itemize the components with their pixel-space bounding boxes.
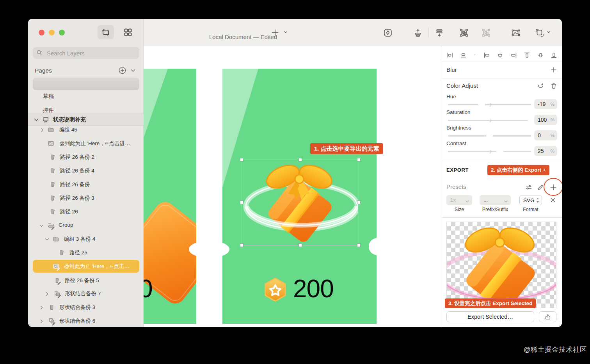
image-tool-button[interactable] (511, 28, 521, 37)
annotation-circle-highlight (543, 177, 562, 196)
edit-preset-icon[interactable] (537, 184, 544, 191)
align-right-icon[interactable] (510, 51, 517, 59)
symbol-tool-button[interactable] (383, 28, 393, 37)
path-icon (50, 167, 56, 174)
hue-label: Hue (446, 94, 456, 99)
canvas-view-toggle-button[interactable] (98, 25, 114, 39)
chevron-down-icon[interactable] (39, 223, 44, 228)
format-label: Format (519, 207, 542, 212)
inspector-panel: Blur Color Adjust Hue -19% Saturation 10… (441, 46, 562, 327)
selection-handle[interactable] (240, 158, 243, 162)
align-middle-vertical-icon[interactable] (537, 51, 544, 59)
chevron-right-icon[interactable] (39, 305, 44, 310)
prefix-suffix-select[interactable]: ... (480, 195, 511, 205)
export-selected-button[interactable]: Export Selected… (446, 311, 534, 322)
send-backward-button[interactable] (435, 28, 444, 37)
layer-label: 形状结合备份 7 (65, 290, 101, 297)
grid-view-button[interactable] (120, 25, 136, 39)
ungroup-button[interactable] (482, 28, 491, 37)
selection-handle[interactable] (357, 158, 361, 162)
chevron-right-icon[interactable] (40, 127, 45, 132)
alignment-toolbar (446, 51, 558, 59)
divider (441, 217, 562, 218)
design-canvas[interactable]: 1. 点击选中要导出的元素 200 0 (144, 46, 441, 327)
preset-options-icon[interactable] (525, 184, 532, 191)
add-blur-button[interactable] (550, 66, 557, 73)
layer-row[interactable]: 形状结合备份 3 (28, 301, 144, 314)
page-item-components[interactable]: 控件 (43, 107, 54, 114)
presets-title: Presets (446, 183, 466, 190)
pages-chevron-icon[interactable] (130, 68, 136, 73)
group-button[interactable] (459, 28, 469, 37)
frame-tool-button[interactable] (535, 28, 544, 37)
bring-forward-button[interactable] (413, 28, 423, 37)
selection-handle[interactable] (357, 243, 361, 247)
page-item-draft[interactable]: 草稿 (43, 93, 54, 100)
search-input[interactable] (46, 47, 137, 60)
chevron-down-icon[interactable] (34, 117, 39, 123)
layer-row[interactable]: 路径 26 备份 4 (28, 164, 144, 178)
share-export-button[interactable] (539, 311, 556, 322)
layer-row[interactable]: Group (28, 219, 144, 232)
size-select[interactable]: 1x (446, 195, 472, 205)
contrast-slider[interactable] (448, 151, 531, 152)
share-icon (545, 314, 551, 320)
distribute-vertical-icon[interactable] (460, 51, 467, 59)
layer-row[interactable]: 路径 26 备份 (28, 178, 144, 191)
layer-row[interactable]: 路径 26 (28, 205, 144, 218)
selection-handle[interactable] (299, 243, 302, 247)
ticket-notch (369, 238, 386, 255)
chevron-down-icon[interactable] (44, 236, 50, 241)
align-center-horizontal-icon[interactable] (496, 51, 504, 59)
layer-row[interactable]: 编组 3 备份 4 (28, 233, 144, 246)
traffic-minimize-button[interactable] (49, 30, 55, 36)
format-stepper[interactable]: SVG (519, 195, 542, 205)
star-badge-icon[interactable] (263, 277, 288, 302)
selection-handle[interactable] (299, 158, 302, 162)
add-page-button[interactable] (118, 66, 126, 75)
layer-row[interactable]: 编组 45 (28, 123, 144, 137)
layer-row[interactable]: 路径 26 备份 5 (28, 274, 144, 287)
layer-row-selected[interactable]: @到此为止 'Here，∈点击… (33, 260, 139, 273)
selection-handle[interactable] (240, 201, 243, 204)
brightness-value-field[interactable]: 0% (534, 130, 557, 140)
align-left-icon[interactable] (483, 51, 490, 59)
chevron-right-icon[interactable] (44, 291, 50, 296)
traffic-zoom-button[interactable] (59, 30, 65, 36)
hue-slider[interactable] (448, 104, 531, 105)
distribute-horizontal-icon[interactable] (446, 51, 453, 59)
align-top-icon[interactable] (523, 51, 531, 59)
reset-color-adjust-button[interactable] (537, 82, 544, 89)
align-bottom-icon[interactable] (550, 51, 558, 59)
folder-icon (48, 126, 54, 133)
layer-row[interactable]: 形状结合备份 6 (28, 314, 144, 327)
selection-handle[interactable] (357, 201, 361, 204)
layer-row[interactable]: 路径 25 (28, 246, 144, 259)
contrast-value-field[interactable]: 25% (534, 146, 557, 156)
saturation-value-field[interactable]: 100% (534, 115, 557, 125)
layer-row[interactable]: @到此为止 'Here，∈点击进… (28, 137, 144, 150)
traffic-close-button[interactable] (39, 30, 44, 36)
layer-row[interactable]: 形状结合备份 7 (28, 287, 144, 300)
pencil-icon (57, 293, 61, 298)
divider (441, 161, 562, 161)
brightness-slider-thumb[interactable] (486, 133, 493, 139)
app-window: Local Document — Edited 2 (28, 19, 562, 327)
brightness-slider[interactable] (448, 135, 531, 137)
hue-value-field[interactable]: -19% (534, 99, 557, 109)
chevron-right-icon[interactable] (39, 318, 44, 323)
path-icon (50, 154, 56, 160)
saturation-slider-thumb[interactable] (528, 117, 535, 124)
delete-color-adjust-button[interactable] (550, 82, 557, 89)
remove-preset-button[interactable] (549, 197, 556, 204)
layer-row[interactable]: 路径 26 备份 2 (28, 151, 144, 164)
hue-slider-thumb[interactable] (478, 101, 485, 108)
selected-page-row[interactable] (33, 78, 139, 90)
ticket-notch (189, 241, 229, 258)
export-preview-gift-image (446, 223, 556, 308)
layer-row[interactable]: 路径 26 备份 3 (28, 192, 144, 205)
saturation-slider[interactable] (448, 120, 531, 121)
frame-chevron-icon[interactable] (546, 29, 552, 35)
contrast-slider-thumb[interactable] (496, 148, 503, 155)
selection-handle[interactable] (240, 243, 243, 247)
